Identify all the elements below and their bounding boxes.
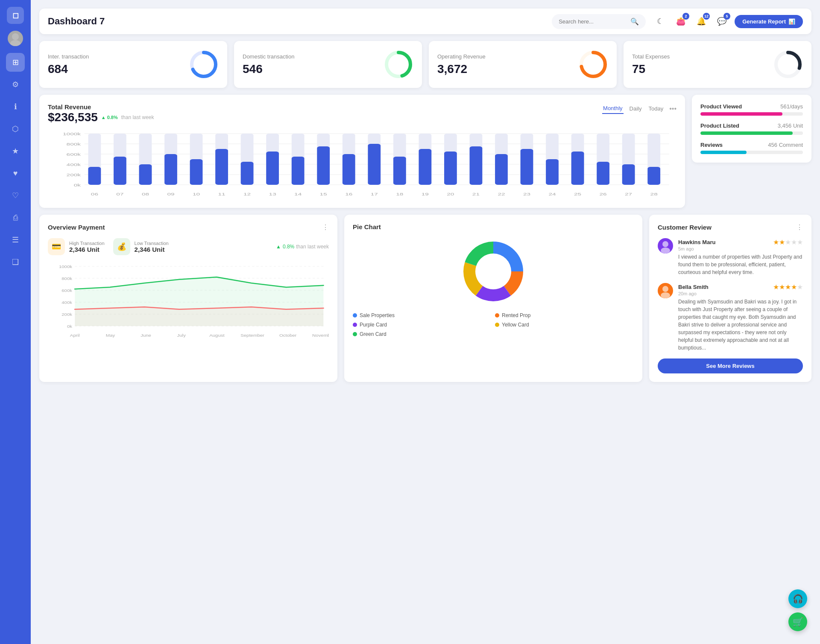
cart-button[interactable]: 🛒 (788, 612, 807, 631)
sidebar-item-dashboard[interactable]: ⊞ (6, 53, 25, 72)
svg-text:24: 24 (548, 192, 556, 196)
high-transaction-value: 2,346 Unit (69, 246, 105, 253)
progress-fill-0 (700, 112, 782, 116)
stat-card-1: Domestic transaction 546 (234, 41, 422, 88)
header: Dashboard 7 🔍 ☾ 👛 2 🔔 12 💬 5 Generate Re… (39, 9, 811, 34)
reviewer-name-0: Hawkins Maru (678, 239, 715, 245)
svg-rect-32 (164, 154, 177, 185)
header-icons: ☾ 👛 2 🔔 12 💬 5 Generate Report 📊 (653, 14, 803, 29)
sidebar-item-wishlist[interactable]: ♡ (6, 186, 25, 205)
sidebar-item-print[interactable]: ⎙ (6, 208, 25, 227)
svg-text:July: July (177, 333, 186, 338)
support-button[interactable]: 🎧 (788, 589, 807, 608)
sidebar-item-info[interactable]: ℹ (6, 97, 25, 116)
metric-item-0: Product Viewed 561/days (700, 103, 803, 116)
metrics-card: Product Viewed 561/days Product Listed 3… (692, 95, 811, 163)
svg-rect-62 (419, 149, 431, 185)
sidebar-item-star[interactable]: ★ (6, 142, 25, 160)
progress-bar-0 (700, 112, 803, 116)
generate-report-button[interactable]: Generate Report 📊 (735, 15, 803, 28)
donut-chart-3 (773, 50, 803, 79)
progress-bar-1 (700, 131, 803, 135)
payment-header: Overview Payment ⋮ (48, 223, 329, 231)
headset-icon: 🎧 (793, 594, 803, 604)
svg-text:0k: 0k (74, 183, 81, 187)
svg-text:22: 22 (498, 192, 505, 196)
svg-rect-23 (88, 167, 101, 185)
metric-label-2: Reviews (700, 142, 723, 148)
reviews-more-icon[interactable]: ⋮ (796, 223, 803, 231)
sidebar-item-docs[interactable]: ❑ (6, 253, 25, 271)
review-item: Bella Smith ★★★★★ 20m ago Dealing with S… (658, 283, 803, 352)
legend-dot (353, 323, 357, 327)
svg-text:06: 06 (91, 192, 98, 196)
svg-rect-86 (622, 164, 635, 185)
svg-point-1 (10, 40, 20, 46)
dark-mode-button[interactable]: ☾ (653, 14, 668, 29)
more-options-icon[interactable]: ••• (669, 105, 676, 113)
chat-button[interactable]: 💬 5 (714, 14, 729, 29)
metric-label-0: Product Viewed (700, 103, 742, 110)
svg-point-114 (661, 292, 670, 298)
stat-info-2: Operating Revenue 3,672 (437, 53, 486, 76)
analytics-icon: ⬡ (12, 124, 19, 134)
right-panel: Product Viewed 561/days Product Listed 3… (692, 95, 811, 208)
legend-item: Yellow Card (495, 322, 634, 328)
sidebar-item-analytics[interactable]: ⬡ (6, 119, 25, 138)
tab-daily[interactable]: Daily (629, 104, 643, 114)
tab-monthly[interactable]: Monthly (602, 103, 624, 114)
reviews-header: Customer Review ⋮ (658, 223, 803, 231)
svg-text:September: September (240, 333, 264, 338)
stat-value-2: 3,672 (437, 62, 486, 76)
stat-card-2: Operating Revenue 3,672 (429, 41, 617, 88)
star-icon: ★ (12, 146, 19, 156)
stat-label-0: Inter. transaction (48, 53, 89, 60)
search-bar: 🔍 (552, 14, 646, 29)
svg-rect-50 (317, 146, 330, 185)
svg-text:800k: 800k (62, 277, 73, 281)
pie-title: Pie Chart (353, 223, 634, 230)
donut-chart-0 (189, 50, 219, 79)
moon-icon: ☾ (657, 17, 664, 26)
see-more-reviews-button[interactable]: See More Reviews (658, 358, 803, 373)
svg-rect-71 (495, 154, 508, 185)
content-row: Total Revenue $236,535 ▲ 0.8% than last … (39, 95, 811, 208)
payment-stats: 💳 High Transaction 2,346 Unit 💰 Low Tran… (48, 238, 329, 255)
pie-card: Pie Chart Sale PropertiesRented PropPurp… (344, 215, 642, 382)
metric-item-2: Reviews 456 Comment (700, 142, 803, 154)
progress-fill-1 (700, 131, 793, 135)
svg-text:600k: 600k (62, 288, 73, 293)
svg-text:23: 23 (523, 192, 530, 196)
stat-info-0: Inter. transaction 684 (48, 53, 89, 76)
up-arrow-icon: ▲ (101, 115, 106, 120)
sidebar-item-list[interactable]: ☰ (6, 230, 25, 249)
stat-label-3: Total Expenses (632, 53, 670, 60)
review-content-0: Hawkins Maru ★★★★★ 5m ago I viewed a num… (678, 238, 803, 276)
svg-rect-35 (190, 159, 203, 185)
svg-text:17: 17 (371, 192, 378, 196)
tab-today[interactable]: Today (647, 104, 664, 114)
svg-text:12: 12 (243, 192, 251, 196)
payment-more-icon[interactable]: ⋮ (322, 223, 329, 231)
line-chart-svg: 1000k800k600k400k200k0kAprilMayJuneJulyA… (48, 262, 329, 339)
bell-button[interactable]: 🔔 12 (694, 14, 709, 29)
low-transaction-value: 2,346 Unit (135, 246, 169, 253)
sidebar-item-settings[interactable]: ⚙ (6, 75, 25, 94)
gear-icon: ⚙ (12, 80, 19, 89)
svg-rect-38 (215, 149, 228, 185)
list-icon: ☰ (12, 235, 19, 245)
svg-text:200k: 200k (67, 173, 81, 177)
reviews-list: Hawkins Maru ★★★★★ 5m ago I viewed a num… (658, 238, 803, 352)
wallet-button[interactable]: 👛 2 (673, 14, 688, 29)
heart-outline-icon: ♡ (12, 191, 19, 200)
pie-chart-svg (459, 237, 527, 306)
revenue-header: Total Revenue $236,535 ▲ 0.8% than last … (48, 103, 676, 124)
stat-value-3: 75 (632, 62, 670, 76)
metric-header-0: Product Viewed 561/days (700, 103, 803, 110)
payment-card: Overview Payment ⋮ 💳 High Transaction 2,… (39, 215, 337, 382)
sidebar: ◻ ⊞ ⚙ ℹ ⬡ ★ ♥ ♡ ⎙ ☰ ❑ (0, 0, 31, 644)
search-input[interactable] (559, 18, 627, 25)
sidebar-item-favorite[interactable]: ♥ (6, 164, 25, 183)
revenue-left: Total Revenue $236,535 ▲ 0.8% than last … (48, 103, 154, 124)
svg-rect-29 (139, 164, 152, 185)
